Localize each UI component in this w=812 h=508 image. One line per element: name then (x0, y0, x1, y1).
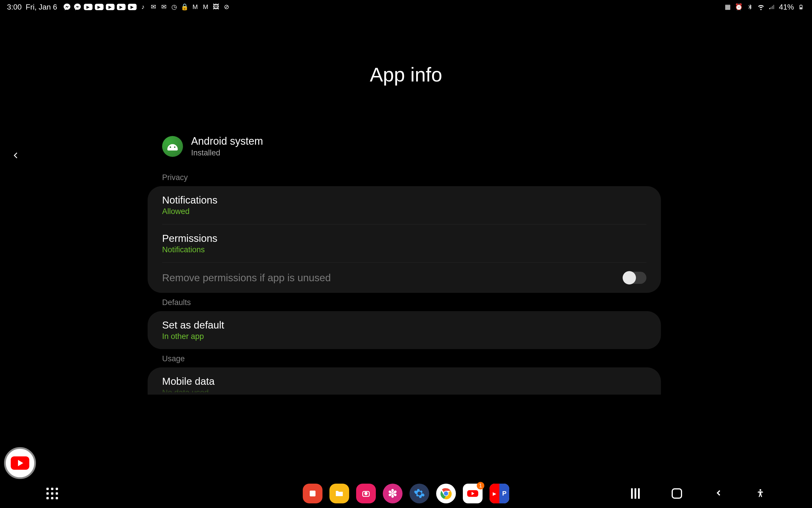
battery-percent: 41% (779, 3, 794, 12)
notification-icons: ▶ ▶ ▶ ▶ ▶ ♪ ✉ ✉ ◷ 🔒 M M 🖼 ⊘ (63, 3, 230, 11)
dock-flower-icon[interactable]: ✽ (383, 484, 402, 503)
nav-home-button[interactable] (672, 488, 682, 499)
set-default-row[interactable]: Set as default In other app (147, 311, 661, 349)
dock-camera-icon[interactable] (356, 484, 376, 503)
m-icon: M (191, 3, 199, 11)
remove-permissions-toggle[interactable] (623, 272, 646, 284)
youtube-play-icon (11, 456, 29, 470)
row-title: Mobile data (162, 376, 646, 387)
signal-icon (768, 3, 776, 11)
section-label-privacy: Privacy (147, 168, 661, 186)
youtube-icon: ▶ (117, 4, 126, 10)
permissions-row[interactable]: Permissions Notifications (147, 224, 661, 262)
defaults-card: Set as default In other app (147, 311, 661, 349)
status-date: Fri, Jan 6 (26, 3, 57, 12)
dnd-icon: ⊘ (222, 3, 230, 11)
dock-chrome-icon[interactable] (436, 484, 456, 503)
svg-point-4 (364, 492, 368, 495)
m-icon: M (202, 3, 210, 11)
sync-icon: ◷ (170, 3, 178, 11)
status-bar: 3:00 Fri, Jan 6 ▶ ▶ ▶ ▶ ▶ ♪ ✉ ✉ ◷ 🔒 M M … (0, 0, 812, 14)
youtube-icon: ▶ (106, 4, 115, 10)
youtube-icon: ▶ (128, 4, 137, 10)
youtube-icon: ▶ (84, 4, 92, 10)
mail-icon: ✉ (149, 3, 158, 11)
back-button[interactable] (10, 148, 21, 164)
row-title: Notifications (162, 194, 646, 206)
svg-rect-1 (800, 5, 802, 5)
row-title: Permissions (162, 232, 646, 244)
row-subtitle: In other app (162, 332, 646, 341)
row-subtitle: Allowed (162, 207, 646, 216)
section-label-usage: Usage (147, 349, 661, 367)
app-header: Android system Installed (147, 135, 661, 168)
bluetooth-icon (746, 3, 754, 11)
privacy-card: Notifications Allowed Permissions Notifi… (147, 186, 661, 293)
android-app-icon (162, 136, 183, 157)
status-left: 3:00 Fri, Jan 6 ▶ ▶ ▶ ▶ ▶ ♪ ✉ ✉ ◷ 🔒 M M … (7, 3, 230, 12)
wifi-icon (757, 3, 765, 11)
mobile-data-row[interactable]: Mobile data No data used (147, 367, 661, 395)
toggle-knob (623, 271, 636, 285)
page-title: App info (0, 63, 812, 86)
nav-back-button[interactable] (714, 487, 723, 500)
app-install-status: Installed (191, 149, 263, 158)
dock-settings-icon[interactable] (410, 484, 429, 503)
notification-badge: 1 (477, 482, 484, 490)
status-right: ▦ ⏰ 41% (724, 3, 805, 12)
navigation-bar: ✽ 1 ▶ P (0, 479, 812, 508)
mail-icon: ✉ (160, 3, 168, 11)
row-title: Remove permissions if app is unused (162, 272, 646, 284)
remove-permissions-row[interactable]: Remove permissions if app is unused (147, 263, 661, 293)
dock: ✽ 1 ▶ P (303, 484, 509, 503)
svg-rect-2 (800, 7, 802, 9)
youtube-floating-bubble[interactable] (4, 447, 36, 479)
row-subtitle: Notifications (162, 245, 646, 254)
apps-drawer-button[interactable] (46, 488, 58, 499)
dock-youtube-icon[interactable]: 1 (463, 484, 482, 503)
svg-rect-3 (310, 491, 315, 496)
svg-point-9 (760, 489, 761, 491)
nav-recents-button[interactable] (631, 488, 640, 499)
dock-files-icon[interactable] (330, 484, 349, 503)
lock-icon: 🔒 (181, 3, 189, 11)
alarm-icon: ⏰ (735, 3, 743, 11)
accessibility-button[interactable] (755, 488, 766, 499)
vibrate-icon: ▦ (724, 3, 732, 11)
svg-point-7 (444, 492, 448, 496)
row-subtitle: No data used (162, 388, 646, 392)
tiktok-icon: ♪ (139, 3, 147, 11)
content-area: Android system Installed Privacy Notific… (147, 135, 661, 395)
status-time: 3:00 (7, 3, 22, 12)
image-icon: 🖼 (212, 3, 220, 11)
row-title: Set as default (162, 319, 646, 331)
messenger-icon-2 (73, 3, 82, 11)
app-name: Android system (191, 135, 263, 147)
section-label-defaults: Defaults (147, 293, 661, 311)
battery-icon (797, 3, 805, 11)
notifications-row[interactable]: Notifications Allowed (147, 186, 661, 224)
dock-app-1[interactable] (303, 484, 323, 503)
dock-youtube-pandora-icon[interactable]: ▶ P (489, 484, 509, 503)
usage-card: Mobile data No data used (147, 367, 661, 395)
youtube-icon: ▶ (95, 4, 103, 10)
messenger-icon (63, 3, 71, 11)
